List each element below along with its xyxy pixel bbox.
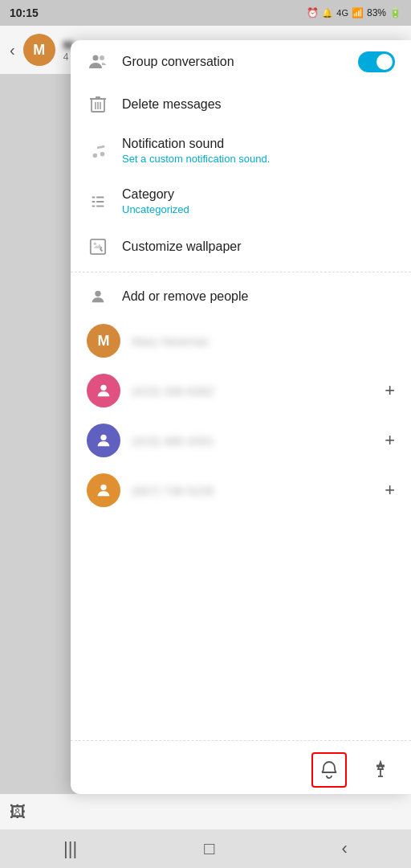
alarm-icon: ⏰: [307, 7, 319, 18]
svg-point-0: [93, 55, 99, 61]
battery-text: 83%: [367, 7, 386, 18]
battery-icon: 🔋: [389, 7, 401, 18]
category-sublabel: Uncategorized: [122, 203, 395, 215]
person-add-3[interactable]: +: [385, 480, 395, 501]
trash-icon: [87, 95, 109, 114]
section-divider-1: [71, 272, 411, 272]
image-icon[interactable]: 🖼: [10, 803, 26, 821]
back-icon[interactable]: ‹: [10, 41, 15, 59]
customize-wallpaper-text: Customize wallpaper: [122, 240, 395, 254]
notification-sound-sublabel: Set a custom notification sound.: [122, 153, 395, 165]
status-icons: ⏰ 🔔 4G 📶 83% 🔋: [307, 7, 401, 18]
svg-point-8: [93, 153, 98, 158]
bg-toolbar: 🖼: [0, 794, 411, 829]
signal-icon: 4G: [336, 8, 348, 18]
notification-sound-item[interactable]: Notification sound Set a custom notifica…: [71, 125, 411, 176]
customize-wallpaper-item[interactable]: Customize wallpaper: [71, 227, 411, 267]
category-label: Category: [122, 187, 395, 202]
svg-point-21: [100, 485, 106, 490]
group-icon: [87, 52, 109, 72]
bell-button[interactable]: [311, 752, 347, 788]
category-item[interactable]: Category Uncategorized: [71, 176, 411, 227]
person-add-1[interactable]: +: [385, 380, 395, 401]
person-item-2[interactable]: (415) 466-4391 +: [71, 416, 411, 465]
status-time: 10:15: [10, 6, 39, 19]
settings-popup: Group conversation Delete messages: [71, 40, 411, 794]
pin-button[interactable]: [363, 752, 398, 788]
delete-messages-text: Delete messages: [122, 97, 395, 112]
person-name-2: (415) 466-4391: [132, 434, 373, 448]
delete-messages-item[interactable]: Delete messages: [71, 84, 411, 125]
music-icon: [87, 141, 109, 161]
home-icon[interactable]: □: [204, 838, 214, 859]
status-bar: 10:15 ⏰ 🔔 4G 📶 83% 🔋: [0, 0, 411, 26]
person-item-3[interactable]: (667) 738-5235 +: [71, 465, 411, 515]
recents-icon[interactable]: |||: [63, 838, 77, 859]
notification-sound-label: Notification sound: [122, 137, 395, 151]
back-nav-icon[interactable]: ‹: [342, 838, 348, 859]
add-remove-people-header[interactable]: Add or remove people: [71, 277, 411, 316]
person-name-1: (415) 336-6362: [132, 384, 373, 398]
bluetooth-icon: 🔔: [322, 8, 333, 18]
category-text: Category Uncategorized: [122, 187, 395, 215]
chat-avatar: M: [23, 34, 55, 66]
svg-rect-4: [96, 96, 100, 99]
signal-bars-icon: 📶: [352, 7, 364, 18]
person-item-1[interactable]: (415) 336-6362 +: [71, 366, 411, 416]
person-name-3: (667) 738-5235: [132, 484, 373, 497]
person-avatar-1: [87, 374, 120, 407]
person-icon: [87, 287, 109, 306]
notification-sound-text: Notification sound Set a custom notifica…: [122, 137, 395, 165]
category-icon: [87, 193, 109, 211]
person-name-0: Mary Newman: [132, 334, 395, 348]
delete-messages-label: Delete messages: [122, 97, 395, 112]
group-conversation-text: Group conversation: [122, 55, 345, 69]
svg-point-1: [100, 55, 104, 60]
person-add-2[interactable]: +: [385, 430, 395, 451]
person-avatar-2: [87, 424, 120, 457]
bottom-nav: ||| □ ‹: [0, 829, 411, 868]
group-conversation-toggle[interactable]: [358, 51, 395, 72]
svg-point-19: [100, 385, 106, 391]
bottom-actions: [71, 735, 411, 794]
svg-point-18: [95, 291, 100, 297]
svg-point-20: [100, 435, 106, 440]
wallpaper-icon: [87, 238, 109, 256]
svg-point-9: [100, 151, 105, 156]
person-item-0[interactable]: M Mary Newman: [71, 316, 411, 366]
svg-point-17: [94, 243, 97, 246]
actions-row: [71, 746, 411, 794]
section-divider-2: [71, 740, 411, 741]
add-remove-people-label: Add or remove people: [122, 289, 248, 304]
group-conversation-label: Group conversation: [122, 55, 345, 69]
customize-wallpaper-label: Customize wallpaper: [122, 240, 395, 254]
person-avatar-3: [87, 473, 120, 507]
person-avatar-0: M: [87, 324, 120, 358]
group-conversation-item[interactable]: Group conversation: [71, 40, 411, 84]
